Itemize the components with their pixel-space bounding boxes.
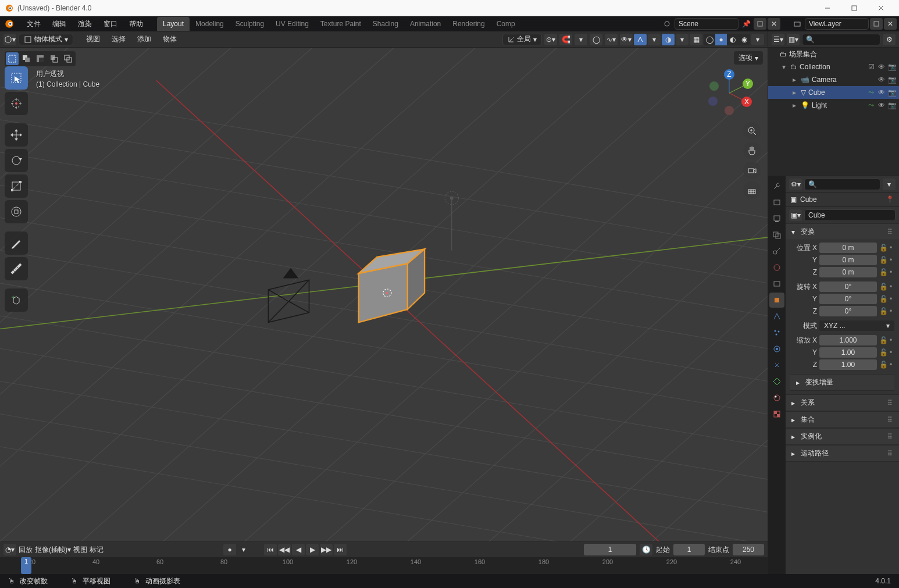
3d-viewport[interactable]: 用户透视 (1) Collection | Cube 选项▾ X Y Z — [0, 48, 768, 541]
properties-editor-type[interactable]: ⚙▾ — [789, 179, 802, 190]
play[interactable]: ▶ — [306, 544, 319, 555]
properties-options[interactable]: ▾ — [883, 179, 896, 190]
panel-delta-transform[interactable]: ▸变换增量 — [790, 374, 894, 391]
overlays-toggle[interactable]: ◑ — [662, 34, 675, 45]
ptab-scene[interactable] — [769, 244, 784, 259]
shading-material[interactable]: ◐ — [727, 34, 739, 45]
select-invert[interactable] — [48, 52, 60, 65]
orientation-gizmo[interactable]: X Y Z — [705, 69, 754, 117]
timeline-playback[interactable]: 回放 — [19, 545, 33, 555]
outliner-item-camera[interactable]: ▸ 📹 Camera 👁📷 — [768, 73, 899, 86]
outliner-display-mode[interactable]: ▥▾ — [787, 34, 800, 45]
ptab-data[interactable] — [769, 374, 784, 389]
playhead[interactable]: 1 — [21, 557, 31, 574]
xray-toggle[interactable]: ▦ — [690, 34, 702, 45]
viewlayer-new-button[interactable] — [870, 18, 883, 30]
menu-render[interactable]: 渲染 — [72, 17, 98, 31]
pan-icon[interactable] — [743, 142, 761, 159]
ptab-physics[interactable] — [769, 341, 784, 357]
end-frame-field[interactable]: 250 — [733, 544, 764, 555]
proportional-falloff[interactable]: ∿▾ — [605, 34, 618, 45]
rotation-y[interactable]: 0° — [819, 294, 877, 304]
viewport-menu-select[interactable]: 选择 — [107, 33, 130, 46]
scene-new-button[interactable] — [754, 18, 766, 30]
timeline-view[interactable]: 视图 — [73, 545, 87, 555]
panel-transform-header[interactable]: ▾变换⠿ — [786, 223, 899, 240]
tab-sculpting[interactable]: Sculpting — [230, 17, 270, 31]
start-frame-field[interactable]: 1 — [673, 544, 705, 555]
select-intersect[interactable] — [62, 52, 74, 65]
snap-dropdown[interactable]: ▾ — [575, 34, 587, 45]
viewport-menu-object[interactable]: 物体 — [158, 33, 181, 46]
tool-annotate[interactable] — [5, 231, 28, 255]
tool-measure[interactable] — [5, 257, 28, 280]
ptab-material[interactable] — [769, 390, 784, 405]
shading-wireframe[interactable]: ◯ — [704, 34, 715, 45]
location-y[interactable]: 0 m — [819, 255, 877, 265]
viewlayer-delete-button[interactable]: ✕ — [884, 18, 897, 30]
current-frame-field[interactable]: 1 — [584, 544, 636, 555]
tab-rendering[interactable]: Rendering — [447, 17, 490, 31]
panel-relations[interactable]: ▸关系⠿ — [786, 394, 899, 411]
tool-add-cube[interactable] — [5, 288, 28, 312]
shading-solid[interactable]: ● — [715, 34, 727, 45]
viewlayer-name-field[interactable]: ViewLayer — [805, 18, 869, 30]
ptab-texture[interactable] — [769, 407, 784, 422]
ptab-viewlayer[interactable] — [769, 227, 784, 243]
panel-collections[interactable]: ▸集合⠿ — [786, 411, 899, 428]
scene-name-field[interactable]: Scene — [675, 18, 739, 30]
orientation-dropdown[interactable]: 全局▾ — [502, 34, 542, 45]
ptab-collection[interactable] — [769, 276, 784, 291]
outliner-editor-type[interactable]: ☰▾ — [772, 34, 784, 45]
play-reverse[interactable]: ◀ — [292, 544, 305, 555]
scene-pin-icon[interactable]: 📌 — [740, 18, 752, 30]
tab-animation[interactable]: Animation — [404, 17, 447, 31]
scene-browse-icon[interactable] — [661, 18, 673, 30]
panel-motion-paths[interactable]: ▸运动路径⠿ — [786, 445, 899, 462]
timeline-editor-type[interactable]: ◔▾ — [3, 544, 16, 555]
outliner-item-cube[interactable]: ▸ ▽ Cube ⤳👁📷 — [768, 86, 899, 99]
tab-layout[interactable]: Layout — [157, 17, 190, 31]
select-new[interactable] — [6, 52, 19, 65]
outliner-search[interactable]: 🔍 — [802, 34, 880, 45]
gizmo-toggle[interactable] — [634, 34, 647, 45]
autokey-dropdown[interactable]: ▾ — [237, 544, 250, 555]
jump-start[interactable]: ⏮ — [264, 544, 277, 555]
outliner-scene-collection[interactable]: 🗀 场景集合 — [768, 48, 899, 60]
timeline-track[interactable]: 20 40 60 80 100 120 140 160 180 200 220 … — [0, 557, 768, 574]
scale-y[interactable]: 1.00 — [819, 347, 877, 358]
viewlayer-browse-icon[interactable] — [791, 18, 804, 30]
ptab-render[interactable] — [769, 195, 784, 210]
outliner-collection[interactable]: ▾🗀 Collection ☑👁📷 — [768, 60, 899, 73]
tool-select-box[interactable] — [5, 66, 28, 90]
rotation-mode[interactable]: XYZ ...▾ — [819, 320, 894, 331]
jump-prev-key[interactable]: ◀◀ — [278, 544, 291, 555]
menu-edit[interactable]: 编辑 — [47, 17, 72, 31]
shading-rendered[interactable]: ◉ — [739, 34, 750, 45]
panel-instancing[interactable]: ▸实例化⠿ — [786, 428, 899, 445]
object-name-field[interactable]: Cube — [804, 209, 896, 221]
lock-icon[interactable]: 🔓 — [879, 244, 887, 252]
viewport-options-button[interactable]: 选项▾ — [734, 51, 763, 65]
tool-transform[interactable] — [5, 200, 28, 223]
rotation-x[interactable]: 0° — [819, 281, 877, 292]
gizmo-dropdown[interactable]: ▾ — [648, 34, 661, 45]
timeline-keying[interactable]: 抠像(插帧)▾ — [35, 545, 71, 555]
timeline-marker[interactable]: 标记 — [90, 545, 104, 555]
tool-rotate[interactable] — [5, 149, 28, 172]
ptab-particles[interactable] — [769, 325, 784, 340]
mode-dropdown[interactable]: 物体模式 ▾ — [19, 34, 73, 45]
menu-file[interactable]: 文件 — [21, 17, 47, 31]
tab-texture-paint[interactable]: Texture Paint — [315, 17, 367, 31]
tab-shading[interactable]: Shading — [367, 17, 404, 31]
ptab-output[interactable] — [769, 211, 784, 226]
zoom-icon[interactable] — [743, 122, 761, 140]
autokey-toggle[interactable]: ● — [223, 544, 236, 555]
visibility-dropdown[interactable]: 👁▾ — [620, 34, 633, 45]
perspective-toggle-icon[interactable] — [743, 181, 761, 199]
snap-toggle[interactable]: 🧲 — [559, 34, 572, 45]
tab-compositing[interactable]: Comp — [491, 17, 516, 31]
tab-modeling[interactable]: Modeling — [190, 17, 230, 31]
ptab-object[interactable] — [769, 293, 784, 308]
tool-scale[interactable] — [5, 174, 28, 198]
